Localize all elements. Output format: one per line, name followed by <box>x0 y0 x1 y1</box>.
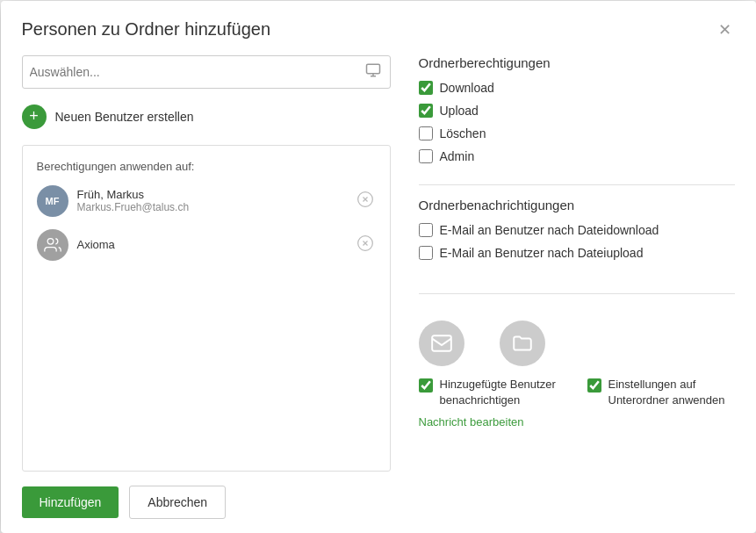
folder-notifications-title: Ordnerbenachrichtigungen <box>419 198 735 212</box>
edit-message-link[interactable]: Nachricht bearbeiten <box>419 415 735 429</box>
upload-label: Upload <box>440 104 479 118</box>
svg-rect-0 <box>366 64 379 74</box>
user-name-axioma: Axioma <box>77 238 346 251</box>
checkbox-admin: Admin <box>419 149 735 163</box>
permissions-section: Berechtigungen anwenden auf: MF Früh, Ma… <box>22 145 391 472</box>
add-user-icon: + <box>22 104 47 129</box>
notify-users-checkbox[interactable] <box>419 378 433 393</box>
search-input[interactable] <box>30 65 364 79</box>
notify-upload-checkbox[interactable] <box>419 246 433 260</box>
user-info-markus: Früh, Markus Markus.Frueh@talus.ch <box>77 188 346 213</box>
loeschen-checkbox[interactable] <box>419 126 433 140</box>
remove-user-axioma[interactable] <box>355 233 376 256</box>
admin-checkbox[interactable] <box>419 149 433 163</box>
avatar-axioma <box>37 229 68 261</box>
user-item-axioma: Axioma <box>37 229 376 261</box>
notify-download-checkbox[interactable] <box>419 223 433 237</box>
right-panel: Ordnerberechtigungen Download Upload Lös… <box>419 55 735 472</box>
apply-subfolders-checkbox[interactable] <box>587 378 601 393</box>
upload-checkbox[interactable] <box>419 104 433 118</box>
apply-subfolders-label: Einstellungen auf Unterordner anwenden <box>608 377 735 408</box>
user-email-markus: Markus.Frueh@talus.ch <box>77 201 346 213</box>
user-info-axioma: Axioma <box>77 238 346 251</box>
folder-notifications-section: Ordnerbenachrichtigungen E-Mail an Benut… <box>419 198 735 269</box>
loeschen-label: Löschen <box>440 126 486 140</box>
search-box <box>22 55 391 89</box>
user-name-markus: Früh, Markus <box>77 188 346 201</box>
add-user-label: Neuen Benutzer erstellen <box>55 110 194 124</box>
close-button[interactable]: ✕ <box>715 18 735 41</box>
svg-rect-10 <box>432 335 451 350</box>
divider-2 <box>419 293 735 294</box>
checkbox-download: Download <box>419 81 735 95</box>
notify-download-label: E-Mail an Benutzer nach Dateidownload <box>440 223 659 237</box>
divider-1 <box>419 184 735 185</box>
folder-permissions-section: Ordnerberechtigungen Download Upload Lös… <box>419 55 735 172</box>
bottom-checkbox-notify-users: Hinzugefügte Benutzer benachrichtigen <box>419 377 566 408</box>
download-label: Download <box>440 81 494 95</box>
checkbox-upload: Upload <box>419 104 735 118</box>
person-search-icon[interactable] <box>364 61 383 83</box>
checkbox-notify-download: E-Mail an Benutzer nach Dateidownload <box>419 223 735 237</box>
dialog-header: Personen zu Ordner hinzufügen ✕ <box>1 1 756 55</box>
folder-icon <box>500 321 545 366</box>
dialog-body: + Neuen Benutzer erstellen Berechtigunge… <box>1 55 756 472</box>
confirm-button[interactable]: Hinzufügen <box>22 486 119 518</box>
remove-user-markus[interactable] <box>355 189 376 212</box>
dialog-title: Personen zu Ordner hinzufügen <box>22 19 271 40</box>
notify-users-label: Hinzugefügte Benutzer benachrichtigen <box>440 377 566 408</box>
bottom-checkbox-apply-subfolders: Einstellungen auf Unterordner anwenden <box>587 377 735 408</box>
avatar-markus: MF <box>37 185 68 217</box>
svg-point-6 <box>47 238 54 244</box>
dialog-footer: Hinzufügen Abbrechen <box>1 472 756 533</box>
cancel-button[interactable]: Abbrechen <box>129 486 226 519</box>
checkbox-loeschen: Löschen <box>419 126 735 140</box>
notify-upload-label: E-Mail an Benutzer nach Dateiupload <box>440 246 644 260</box>
checkbox-notify-upload: E-Mail an Benutzer nach Dateiupload <box>419 246 735 260</box>
download-checkbox[interactable] <box>419 81 433 95</box>
permissions-label: Berechtigungen anwenden auf: <box>37 160 376 173</box>
left-panel: + Neuen Benutzer erstellen Berechtigunge… <box>22 55 391 472</box>
bottom-checkboxes: Hinzugefügte Benutzer benachrichtigen Ei… <box>419 377 735 408</box>
user-item-markus: MF Früh, Markus Markus.Frueh@talus.ch <box>37 185 376 217</box>
dialog: Personen zu Ordner hinzufügen ✕ + <box>1 1 756 533</box>
folder-permissions-title: Ordnerberechtigungen <box>419 55 735 70</box>
admin-label: Admin <box>440 149 475 163</box>
icon-row <box>419 321 735 366</box>
add-user-button[interactable]: + Neuen Benutzer erstellen <box>22 99 391 134</box>
email-icon <box>419 321 464 366</box>
